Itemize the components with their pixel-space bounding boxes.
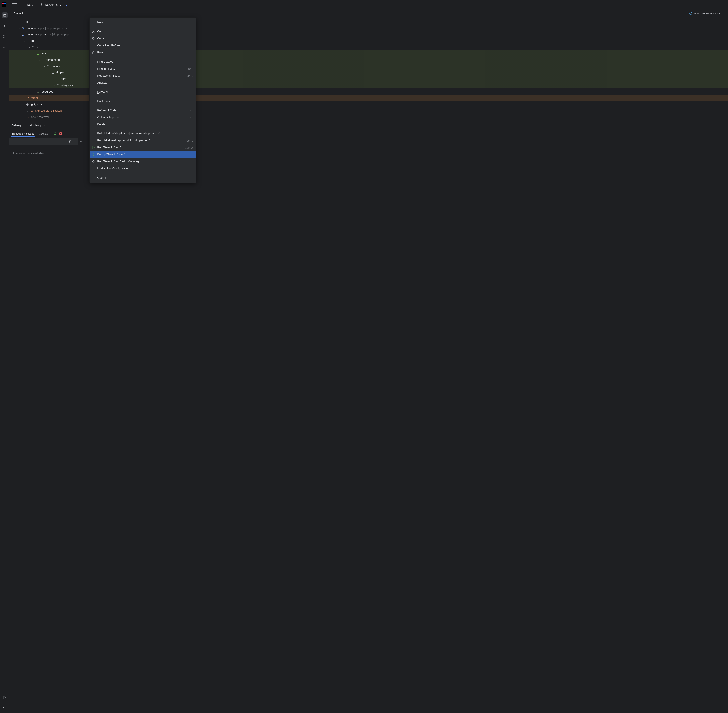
- menu-analyze[interactable]: Analyze: [89, 79, 196, 87]
- collapse-icon[interactable]: ⌄: [18, 33, 21, 36]
- tool-window-stripe: [0, 9, 9, 713]
- svg-point-14: [689, 12, 692, 15]
- stop-icon[interactable]: [59, 132, 62, 136]
- collapse-icon[interactable]: ⌄: [48, 72, 51, 74]
- menu-find-in-files[interactable]: Find in Files...Ctrl+: [89, 65, 196, 72]
- run-icon: [92, 146, 95, 149]
- menu-open-in[interactable]: Open In: [89, 175, 196, 181]
- build-tool-button[interactable]: [2, 705, 7, 711]
- coverage-icon: [92, 160, 95, 164]
- expand-icon[interactable]: ›: [33, 91, 36, 93]
- main-menu-icon[interactable]: [12, 2, 17, 7]
- commit-tool-button[interactable]: [2, 23, 7, 29]
- chevron-down-icon[interactable]: ⌄: [73, 140, 75, 143]
- collapse-icon[interactable]: ⌄: [28, 46, 31, 48]
- svg-rect-30: [92, 37, 94, 39]
- folder-icon: [21, 20, 25, 24]
- menu-modify-run-config[interactable]: Modify Run Configuration...: [89, 165, 196, 172]
- project-tool-header[interactable]: Project ⌄: [9, 9, 728, 17]
- expand-icon[interactable]: ›: [53, 84, 56, 87]
- threads-tab[interactable]: Threads & Variables: [11, 131, 34, 137]
- menu-run-tests[interactable]: Run 'Tests in 'dom''Ctrl+Sh: [89, 144, 196, 151]
- menu-paste[interactable]: Paste: [89, 49, 196, 56]
- menu-bookmarks[interactable]: Bookmarks: [89, 98, 196, 105]
- expand-icon[interactable]: ›: [18, 27, 21, 29]
- menu-copy[interactable]: Copy: [89, 35, 196, 42]
- package-icon: [51, 71, 55, 75]
- svg-rect-24: [39, 92, 39, 92]
- menu-build-module[interactable]: Build Module 'simpleapp-jpa-module-simpl…: [89, 130, 196, 137]
- svg-rect-16: [23, 35, 24, 36]
- svg-rect-23: [37, 92, 38, 92]
- menu-run-coverage[interactable]: Run 'Tests in 'dom'' with Coverage: [89, 158, 196, 165]
- more-tool-button[interactable]: [2, 45, 7, 50]
- tree-label: .gitignore: [30, 103, 42, 106]
- svg-rect-2: [4, 3, 6, 4]
- svg-rect-9: [5, 35, 6, 36]
- menu-delete[interactable]: Delete...: [89, 121, 196, 128]
- test-source-folder-icon: [36, 52, 40, 55]
- rerun-icon[interactable]: [54, 132, 57, 136]
- filter-icon[interactable]: [68, 140, 71, 143]
- menu-optimize[interactable]: Optimize ImportsCtr: [89, 114, 196, 121]
- close-icon[interactable]: ×: [723, 12, 725, 15]
- collapse-icon[interactable]: ⌄: [23, 40, 26, 42]
- tree-label: java: [41, 52, 46, 55]
- run-tool-button[interactable]: [2, 695, 7, 700]
- debug-session-tab[interactable]: simpleapp ×: [25, 123, 46, 128]
- debug-tool-window: Debug simpleapp × Threads & Variables Co…: [9, 121, 728, 713]
- project-tool-button[interactable]: [2, 12, 7, 18]
- content-area: MessageBrokerImpl.java × Project ⌄ › lib…: [9, 9, 728, 713]
- tree-label: lib: [26, 20, 28, 24]
- collapse-icon[interactable]: ⌄: [38, 59, 41, 61]
- menu-separator: [89, 129, 196, 129]
- svg-point-17: [43, 60, 43, 60]
- expand-icon[interactable]: ›: [18, 21, 21, 23]
- collapse-icon[interactable]: ⌄: [33, 52, 36, 55]
- svg-rect-27: [60, 133, 62, 134]
- menu-cut[interactable]: Cut: [89, 28, 196, 35]
- run-config-name: jpa: [27, 3, 30, 6]
- collapse-icon[interactable]: ⌄: [43, 65, 46, 67]
- frames-filter-bar: ⌄: [9, 138, 78, 145]
- menu-copy-path[interactable]: Copy Path/Reference...: [89, 42, 196, 49]
- menu-reformat[interactable]: Reformat CodeCtr: [89, 107, 196, 114]
- run-config-selector[interactable]: jpa ⌄: [26, 3, 35, 7]
- editor-tab[interactable]: MessageBrokerImpl.java ×: [688, 12, 727, 15]
- svg-point-28: [92, 32, 93, 33]
- tree-hint: [simpleapp-jpa-mod: [45, 27, 70, 30]
- svg-rect-10: [3, 37, 4, 38]
- svg-point-12: [4, 47, 5, 48]
- expand-icon[interactable]: ›: [23, 97, 26, 99]
- svg-point-6: [43, 4, 43, 4]
- editor-tab-label: MessageBrokerImpl.java: [694, 12, 721, 15]
- tree-label: src: [31, 39, 34, 43]
- folder-icon: [31, 45, 35, 49]
- menu-replace-in-files[interactable]: Replace in Files...Ctrl+S: [89, 72, 196, 79]
- package-icon: [56, 84, 60, 87]
- menu-separator: [89, 173, 196, 173]
- tree-label: resources: [41, 90, 53, 93]
- svg-rect-1: [2, 3, 4, 4]
- excluded-folder-icon: [26, 96, 30, 100]
- menu-debug-tests[interactable]: Debug 'Tests in 'dom'': [89, 151, 196, 158]
- pause-icon[interactable]: ‖: [64, 133, 66, 136]
- close-icon[interactable]: ×: [44, 124, 45, 127]
- package-icon: [41, 58, 45, 62]
- chevron-down-icon: ⌄: [24, 12, 26, 15]
- branch-icon: [41, 3, 44, 6]
- debug-icon: [92, 153, 95, 157]
- console-tab[interactable]: Console: [38, 131, 48, 136]
- menu-refactor[interactable]: Refactor: [89, 88, 196, 95]
- menu-find-usages[interactable]: Find Usages: [89, 58, 196, 65]
- svg-point-19: [52, 73, 53, 73]
- expand-icon[interactable]: ›: [53, 78, 56, 80]
- svg-rect-22: [37, 92, 37, 92]
- menu-separator: [89, 57, 196, 57]
- intellij-logo[interactable]: [1, 2, 6, 7]
- menu-new[interactable]: New: [89, 19, 196, 26]
- menu-rebuild[interactable]: Rebuild 'domainapp.modules.simple.dom'Ct…: [89, 137, 196, 144]
- debug-title: Debug: [11, 124, 21, 127]
- vcs-branch-widget[interactable]: jpa-SNAPSHOT ↙ ⌄: [41, 3, 72, 6]
- structure-tool-button[interactable]: [2, 34, 7, 39]
